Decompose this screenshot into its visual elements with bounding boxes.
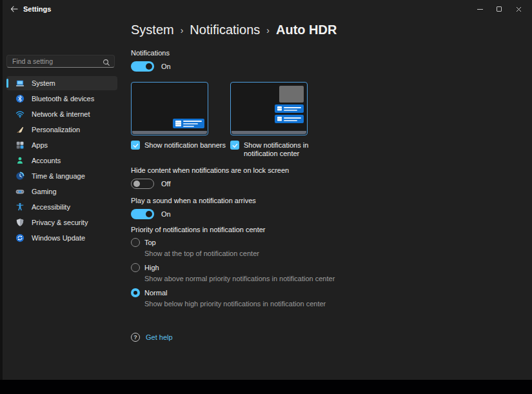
preview-calendar-box (279, 86, 304, 103)
radio-description: Show above normal priority notifications… (144, 275, 505, 283)
privacy-security-icon (15, 218, 25, 228)
show-banners-label: Show notification banners (144, 141, 226, 150)
sidebar-item-label: Gaming (32, 188, 57, 195)
get-help-link[interactable]: Get help (146, 333, 173, 341)
desktop-background-strip (0, 380, 532, 394)
bluetooth-icon (15, 94, 25, 104)
sidebar-item-time-language[interactable]: Time & language (6, 169, 117, 183)
sidebar-item-label: Privacy & security (32, 219, 88, 226)
apps-icon (15, 141, 25, 150)
radio-label: Top (144, 239, 156, 246)
back-arrow-icon (10, 6, 18, 12)
radio-button-top[interactable] (131, 238, 140, 247)
lock-screen-label: Hide content when notifications are on l… (131, 166, 505, 175)
preview-center-banner-1 (275, 104, 304, 113)
sidebar-item-label: System (32, 79, 55, 87)
notification-previews: Show notification banners (131, 82, 505, 158)
sidebar-item-system[interactable]: System (6, 76, 117, 90)
search-icon (103, 57, 110, 69)
sidebar-item-label: Accessibility (32, 203, 70, 211)
center-preview-illustration (230, 82, 308, 135)
radio-description: Show below high priority notifications i… (144, 300, 505, 308)
show-banners-checkbox[interactable] (131, 141, 140, 150)
gaming-icon (15, 187, 25, 197)
sidebar-item-gaming[interactable]: Gaming (6, 184, 117, 199)
breadcrumb-separator-icon: › (266, 21, 270, 39)
priority-option-normal: NormalShow below high priority notificat… (131, 288, 505, 308)
sidebar-item-label: Apps (32, 141, 48, 149)
show-center-checkbox-row[interactable]: Show notifications in notification cente… (230, 141, 314, 158)
radio-description: Show at the top of notification center (144, 250, 505, 258)
banner-preview-illustration (131, 82, 208, 135)
sidebar-item-personalization[interactable]: Personalization (6, 123, 117, 137)
sidebar-item-label: Personalization (32, 126, 80, 133)
breadcrumb-item-system[interactable]: System (131, 21, 174, 38)
sidebar-item-bluetooth-devices[interactable]: Bluetooth & devices (6, 92, 117, 106)
priority-option-high: HighShow above normal priority notificat… (131, 263, 505, 283)
sidebar-item-label: Windows Update (32, 234, 85, 242)
priority-option-top: TopShow at the top of notification cente… (131, 238, 505, 258)
sidebar-item-accessibility[interactable]: Accessibility (6, 200, 117, 214)
sidebar-item-label: Network & internet (32, 110, 90, 118)
help-icon: ? (131, 333, 140, 342)
preview-taskbar (132, 131, 207, 134)
windows-update-icon (15, 233, 25, 243)
system-icon (15, 79, 25, 88)
priority-radio-row-normal[interactable]: Normal (131, 288, 505, 297)
priority-radio-row-top[interactable]: Top (131, 238, 505, 247)
priority-label: Priority of notifications in notificatio… (131, 226, 505, 234)
main-content: System›Notifications›Auto HDR Notificati… (131, 0, 505, 342)
sound-label: Play a sound when a notification arrives (131, 197, 505, 205)
notifications-toggle-state: On (161, 63, 171, 70)
breadcrumb-item-auto-hdr: Auto HDR (276, 21, 337, 38)
lock-screen-toggle[interactable] (131, 179, 154, 189)
checkmark-icon (232, 142, 239, 149)
show-center-checkbox[interactable] (230, 141, 239, 150)
sound-toggle-state: On (161, 210, 171, 218)
radio-button-high[interactable] (131, 263, 140, 272)
network-icon (15, 110, 25, 119)
sound-toggle[interactable] (131, 209, 154, 219)
settings-window: Settings SystemBluetooth & devicesNetwor… (0, 0, 532, 380)
radio-label: High (144, 264, 159, 271)
preview-center-banner-2 (275, 115, 304, 123)
accessibility-icon (15, 202, 25, 212)
breadcrumb-separator-icon: › (181, 21, 184, 39)
sidebar-nav: SystemBluetooth & devicesNetwork & inter… (6, 76, 117, 245)
breadcrumb: System›Notifications›Auto HDR (131, 0, 505, 39)
window-left-edge (0, 0, 3, 380)
preview-notification-banner (173, 119, 204, 128)
search-input[interactable] (7, 55, 114, 67)
preview-taskbar (232, 131, 306, 134)
notifications-label: Notifications (131, 49, 505, 57)
back-button[interactable] (8, 3, 21, 15)
priority-options: TopShow at the top of notification cente… (131, 238, 505, 308)
close-button[interactable] (509, 1, 528, 17)
get-help-row: ? Get help (131, 333, 505, 342)
sidebar-item-privacy-security[interactable]: Privacy & security (6, 215, 117, 230)
radio-label: Normal (144, 289, 167, 297)
notifications-toggle-row: On (131, 61, 505, 72)
checkmark-icon (132, 142, 139, 149)
time-language-icon (15, 172, 25, 181)
sidebar-item-windows-update[interactable]: Windows Update (6, 231, 117, 245)
show-center-label: Show notifications in notification cente… (244, 141, 311, 158)
show-banners-checkbox-row[interactable]: Show notification banners (131, 141, 215, 150)
sound-toggle-row: On (131, 209, 505, 219)
personalization-icon (15, 125, 25, 135)
lock-screen-toggle-row: Off (131, 179, 505, 189)
sidebar-item-network-internet[interactable]: Network & internet (6, 107, 117, 121)
sidebar-item-accounts[interactable]: Accounts (6, 153, 117, 168)
search-box[interactable] (6, 55, 115, 68)
sidebar-item-apps[interactable]: Apps (6, 138, 117, 152)
breadcrumb-item-notifications[interactable]: Notifications (190, 21, 260, 38)
sidebar-item-label: Bluetooth & devices (32, 95, 94, 103)
priority-radio-row-high[interactable]: High (131, 263, 505, 272)
sidebar: SystemBluetooth & devicesNetwork & inter… (6, 55, 117, 246)
sidebar-item-label: Time & language (32, 172, 85, 180)
notifications-toggle[interactable] (131, 61, 154, 72)
radio-button-normal[interactable] (131, 288, 140, 297)
close-icon (516, 6, 522, 12)
accounts-icon (15, 156, 25, 166)
lock-screen-toggle-state: Off (161, 180, 170, 188)
